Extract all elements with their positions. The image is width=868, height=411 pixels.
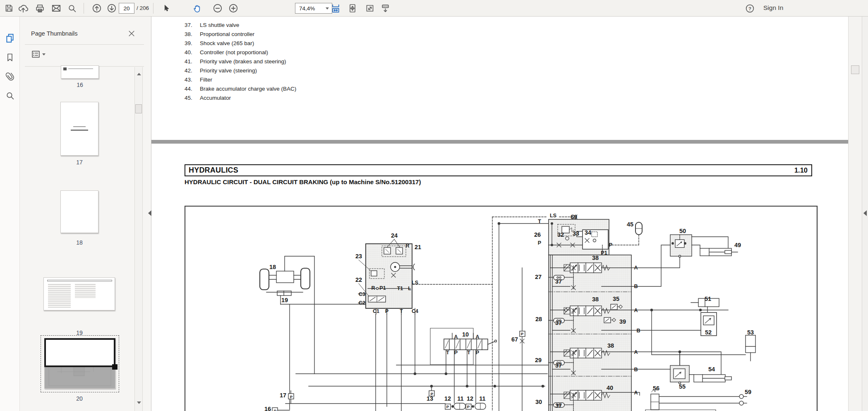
thumbnail-page-17[interactable]: [60, 102, 98, 156]
svg-text:P: P: [467, 404, 470, 409]
zoom-in-button[interactable]: [227, 2, 240, 15]
panel-title: Page Thumbnails: [31, 30, 78, 37]
svg-text:T: T: [538, 219, 541, 224]
thumb17-line: [71, 130, 88, 131]
svg-text:34: 34: [585, 229, 591, 236]
zoom-out-button[interactable]: [211, 2, 224, 15]
svg-text:40: 40: [607, 385, 613, 391]
svg-text:37: 37: [555, 362, 562, 369]
find-button[interactable]: [65, 2, 79, 15]
scroll-up-icon[interactable]: [137, 73, 141, 75]
hand-tool-button[interactable]: [190, 2, 204, 15]
section-title: HYDRAULICS: [185, 166, 238, 175]
chevron-down-icon: [326, 7, 329, 10]
save-button[interactable]: [2, 2, 16, 15]
svg-text:59: 59: [745, 389, 751, 395]
thumbnail-options-button[interactable]: [31, 49, 46, 60]
svg-text:?: ?: [748, 6, 751, 11]
svg-text:30: 30: [535, 399, 542, 405]
svg-text:R: R: [405, 243, 409, 249]
options-list-icon: [31, 49, 41, 60]
zoom-level-select[interactable]: 74,4%: [295, 3, 332, 14]
svg-text:A: A: [634, 349, 638, 355]
sidebar-tab-bookmarks[interactable]: [3, 51, 17, 64]
email-icon: [51, 3, 62, 14]
thumb19-header: [47, 280, 112, 281]
collapse-panel-icon[interactable]: [148, 210, 151, 216]
section-header: HYDRAULICS 1.10: [185, 164, 812, 176]
legend-item: 38.Proportional controller: [185, 31, 254, 37]
toolbar-separator: [84, 3, 84, 14]
fit-page-button[interactable]: [346, 2, 359, 15]
thumb19-column: [75, 284, 96, 298]
svg-text:B: B: [634, 284, 638, 289]
document-canvas[interactable]: 37.LS shuttle valve 38.Proportional cont…: [151, 17, 848, 411]
next-page-button[interactable]: [105, 2, 118, 15]
chevron-down-icon: [42, 53, 46, 55]
dock-toolbar-button[interactable]: [379, 2, 392, 15]
print-button[interactable]: [33, 2, 46, 15]
panel-scrollbar-thumb[interactable]: [135, 104, 142, 113]
dock-toolbar-icon: [380, 3, 391, 14]
panel-scrollbar[interactable]: [134, 67, 143, 411]
legend-item: 39.Shock valve (265 bar): [185, 40, 254, 46]
sign-in-button[interactable]: Sign In: [763, 4, 783, 12]
previous-page-button[interactable]: [90, 2, 103, 15]
svg-text:23: 23: [355, 253, 362, 260]
collapse-right-panel-icon[interactable]: [863, 210, 867, 216]
scroll-down-icon[interactable]: [137, 401, 141, 404]
svg-text:69: 69: [571, 214, 577, 220]
thumb20-visible-region[interactable]: [44, 338, 115, 367]
search-icon: [67, 3, 77, 14]
svg-text:A: A: [634, 265, 638, 271]
svg-text:P: P: [431, 392, 434, 396]
hydraulic-diagram-svg: 181922232421RLSRP1T1LC3C2C1PTC4LS69T2632…: [185, 206, 818, 411]
svg-text:49: 49: [734, 242, 741, 248]
svg-text:38: 38: [592, 255, 599, 261]
scrolling-mode-button[interactable]: [329, 2, 342, 15]
thumb17-line: [73, 126, 86, 127]
svg-text:33: 33: [573, 230, 579, 237]
thumb19-column: [48, 284, 71, 308]
document-scrollbar-thumb[interactable]: [851, 65, 859, 74]
thumbnail-label: 16: [72, 82, 88, 88]
legend-item: 37.LS shuttle valve: [185, 22, 239, 28]
fullscreen-button[interactable]: [363, 2, 376, 15]
thumb16-line: [68, 68, 93, 69]
thumbnail-page-18[interactable]: [60, 190, 98, 233]
sidebar-tab-search[interactable]: [3, 89, 17, 102]
svg-text:P1: P1: [601, 250, 607, 256]
panel-close-button[interactable]: [127, 29, 137, 38]
svg-text:P: P: [538, 240, 541, 246]
navigation-rail: [0, 17, 20, 411]
svg-text:38: 38: [592, 296, 599, 303]
svg-text:32: 32: [557, 231, 564, 238]
svg-text:53: 53: [747, 329, 754, 336]
document-scrollbar[interactable]: [848, 17, 862, 411]
page-subtitle: HYDRAULIC CIRCUIT - DUAL CIRCUIT BRAKING…: [185, 178, 421, 185]
thumbnail-page-16[interactable]: [61, 65, 99, 79]
thumbnail-page-20-selected[interactable]: [41, 335, 119, 392]
svg-text:52: 52: [705, 329, 712, 336]
sidebar-tab-attachments[interactable]: [3, 70, 17, 83]
select-tool-button[interactable]: [160, 2, 173, 15]
svg-text:LS: LS: [412, 280, 418, 286]
svg-text:C2: C2: [359, 300, 365, 306]
help-button[interactable]: ?: [743, 2, 756, 15]
page-number-input[interactable]: [119, 3, 134, 14]
share-upload-button[interactable]: [17, 2, 30, 15]
email-button[interactable]: [50, 2, 63, 15]
hydraulic-diagram: 181922232421RLSRP1T1LC3C2C1PTC4LS69T2632…: [185, 206, 818, 411]
thumb20-resize-handle[interactable]: [112, 364, 117, 370]
svg-text:12: 12: [467, 395, 473, 402]
svg-text:10: 10: [462, 331, 469, 338]
thumb20-hidden-region: [45, 367, 115, 388]
svg-text:51: 51: [705, 296, 711, 302]
svg-text:28: 28: [535, 316, 542, 322]
page-up-icon: [91, 3, 102, 14]
page-separator: [151, 140, 848, 144]
sidebar-tab-page-thumbnails[interactable]: [3, 31, 17, 45]
thumbnail-page-19[interactable]: [43, 277, 115, 310]
svg-text:A: A: [475, 334, 479, 340]
svg-text:37: 37: [555, 278, 562, 285]
